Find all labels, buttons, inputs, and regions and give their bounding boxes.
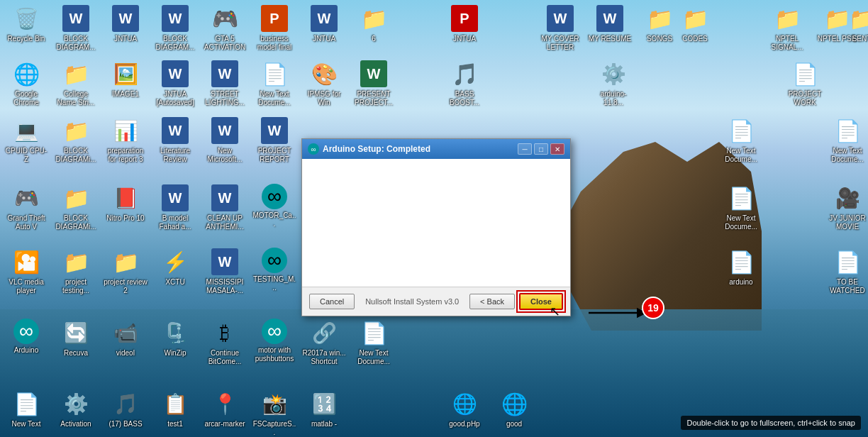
desktop-icon-block-diag2[interactable]: W BLOCK DIAGRAM... bbox=[150, 1, 200, 55]
desktop-icon-r2017a[interactable]: 🔗 R2017a win... Shortcut bbox=[299, 316, 349, 369]
dialog-close-title-button[interactable]: ✕ bbox=[550, 143, 564, 155]
codes-icon: 📁 bbox=[681, 4, 709, 33]
desktop-icon-arcar[interactable]: 📍 arcar-marker bbox=[200, 387, 250, 431]
business-label: business model final bbox=[252, 35, 296, 52]
desktop-icon-college[interactable]: 📁 College Name Stri... bbox=[51, 57, 101, 110]
desktop-icon-cpuid[interactable]: 💻 CPUID CPU-Z bbox=[1, 114, 51, 167]
desktop-icon-arduino-lib[interactable]: ⚙️ arduino-11.8... bbox=[589, 57, 638, 110]
test1-label: test1 bbox=[153, 420, 197, 428]
desktop-icon-newtext-r5[interactable]: 📄 arduino bbox=[716, 245, 766, 289]
desktop-icon-intua2[interactable]: W JNTUA bbox=[299, 1, 349, 46]
desktop-icon-fscapture[interactable]: 📸 FSCaptureS... bbox=[250, 387, 299, 437]
desktop-icon-new-ms[interactable]: W New Microsoft... bbox=[200, 114, 250, 167]
jntua3-label: JNTUA bbox=[443, 35, 486, 43]
desktop-icon-jv-junior[interactable]: 🎥 JV JUNIOR MOVIE bbox=[823, 181, 868, 234]
activation-label: Activation bbox=[54, 420, 98, 428]
desktop-icon-bass17[interactable]: 🎵 (17) BASS bbox=[101, 387, 150, 431]
desktop-icon-goodphp[interactable]: 🌐 good.pHp bbox=[440, 387, 489, 431]
desktop-icon-arduino2[interactable]: ∞ Arduino bbox=[1, 316, 51, 358]
six-label: 6 bbox=[352, 35, 396, 43]
dialog-maximize-button[interactable]: □ bbox=[534, 143, 548, 155]
desktop-icon-videoi[interactable]: 📹 videoI bbox=[101, 316, 150, 360]
recuva-icon: 🔄 bbox=[62, 319, 90, 347]
desktop-icon-codes[interactable]: 📁 CODES bbox=[670, 1, 720, 46]
desktop-icon-prep[interactable]: 📊 preparation for report 3 bbox=[101, 114, 150, 167]
desktop-icon-vlc[interactable]: 🎦 VLC media player bbox=[1, 245, 51, 298]
goodphp-label: good.pHp bbox=[443, 420, 486, 428]
desktop-icon-present[interactable]: W PRESENT PROJECT... bbox=[349, 57, 399, 110]
desktop-icon-newtext-r3[interactable]: 📄 New Text Docume... bbox=[716, 114, 766, 167]
desktop-icon-imagei[interactable]: 🖼️ IMAGE1 bbox=[101, 57, 150, 101]
desktop-icon-sent[interactable]: 📁 SENT bbox=[837, 1, 868, 46]
desktop-icon-business[interactable]: P business model final bbox=[250, 1, 299, 55]
desktop-icon-6[interactable]: 📁 6 bbox=[349, 1, 399, 46]
desktop-icon-continue[interactable]: ₿ Continue BitCome... bbox=[200, 316, 250, 369]
desktop-icon-proj-test[interactable]: 📁 project testing... bbox=[51, 245, 101, 298]
new-ms-label: New Microsoft... bbox=[203, 147, 247, 164]
cpuid-icon: 💻 bbox=[12, 116, 40, 145]
desktop-icon-testing[interactable]: ∞ TESTING_M... bbox=[250, 245, 299, 295]
desktop-icon-nitro[interactable]: 📕 Nitro Pro 10 bbox=[101, 181, 150, 226]
desktop-icon-matlab[interactable]: 🔢 matlab - bbox=[299, 387, 349, 431]
desktop-icon-proj-report[interactable]: W PROJECT REPORT bbox=[250, 114, 299, 167]
desktop-icon-block-diag1[interactable]: W BLOCK DIAGRAM... bbox=[51, 1, 101, 55]
present-icon: W bbox=[360, 60, 388, 88]
desktop-icon-myresume[interactable]: W MY RESUME bbox=[585, 1, 635, 46]
desktop-icon-activation[interactable]: ⚙️ Activation bbox=[51, 387, 101, 431]
blockdiag-i-label: BLOCK DIAGRAMi... bbox=[54, 147, 98, 164]
matlab-label: matlab - bbox=[302, 420, 346, 428]
desktop-icon-ipmsg[interactable]: 🎨 IPMSG for Win bbox=[299, 57, 349, 110]
desktop-icon-proj-rev2[interactable]: 📁 project review 2 bbox=[101, 245, 150, 298]
desktop-icon-street[interactable]: W STREET LIGHTING... bbox=[200, 57, 250, 110]
desktop-icon-chrome[interactable]: 🌐 Google Chrome bbox=[1, 57, 51, 110]
desktop-icon-blockdiag-i[interactable]: 📁 BLOCK DIAGRAMi... bbox=[51, 114, 101, 167]
dialog-minimize-button[interactable]: ─ bbox=[518, 143, 532, 155]
present-label: PRESENT PROJECT... bbox=[352, 90, 396, 107]
dialog-back-button[interactable]: < Back bbox=[469, 294, 515, 309]
desktop-icon-new-text-r7[interactable]: 📄 New Text bbox=[1, 387, 51, 431]
desktop-icon-newtext-r4[interactable]: 📄 New Text Docume... bbox=[716, 181, 766, 234]
dialog-cancel-button[interactable]: Cancel bbox=[309, 294, 355, 309]
test1-icon: 📋 bbox=[161, 389, 189, 418]
desktop-icon-intua1[interactable]: W JNTUA bbox=[101, 1, 150, 46]
desktop-icon-newtext-r3b[interactable]: 📄 New Text Docume... bbox=[823, 114, 868, 167]
desktop-icon-winzip[interactable]: 🗜️ WinZip bbox=[150, 316, 200, 360]
chrome-label: Google Chrome bbox=[4, 90, 48, 107]
desktop-icon-bmodel[interactable]: W B model Fahad a... bbox=[150, 181, 200, 234]
sent-label: SENT bbox=[840, 35, 868, 43]
desktop-icon-motor[interactable]: ∞ MOTOR_Ca... bbox=[250, 181, 299, 231]
desktop-icon-project-work[interactable]: 📄 PROJECT WORK bbox=[780, 57, 830, 110]
desktop-icon-miss[interactable]: W MISSISSIPI MASALA-... bbox=[200, 245, 250, 298]
desktop-icon-gta-v[interactable]: 🎮 Grand Theft Auto V bbox=[1, 181, 51, 234]
desktop-icon-cleanup[interactable]: W CLEAN UP ANTHEMI... bbox=[200, 181, 250, 234]
desktop-icon-newtext-r6[interactable]: 📄 New Text Docume... bbox=[349, 316, 399, 369]
desktop-icon-motor-push[interactable]: ∞ motor with pushbuttons bbox=[250, 316, 299, 366]
dialog-close-button[interactable]: Close bbox=[519, 293, 563, 310]
desktop-icon-newtext1[interactable]: 📄 New Text Docume... bbox=[250, 57, 299, 110]
myresume-label: MY RESUME bbox=[588, 35, 632, 43]
matlab-icon: 🔢 bbox=[310, 389, 338, 418]
desktop-icon-gta5[interactable]: 🎮 GTA 5 ACTIVATION bbox=[200, 1, 250, 55]
desktop-icon-nptel[interactable]: 📁 NPTEL SIGNAL... bbox=[762, 1, 812, 55]
prep-label: preparation for report 3 bbox=[104, 147, 148, 164]
desktop-icon-recuva[interactable]: 🔄 Recuva bbox=[51, 316, 101, 360]
desktop-icon-blockdiag-ii[interactable]: 📁 BLOCK DIAGRAMi... bbox=[51, 181, 101, 234]
desktop-icon-jntua3[interactable]: P JNTUA bbox=[440, 1, 489, 46]
desktop-icon-test1[interactable]: 📋 test1 bbox=[150, 387, 200, 431]
motor-label: MOTOR_Ca... bbox=[252, 211, 296, 228]
dialog-title: Arduino Setup: Completed bbox=[323, 144, 430, 154]
desktop-icon-xctu[interactable]: ⚡ XCTU bbox=[150, 245, 200, 289]
intua2-label: JNTUA bbox=[302, 35, 346, 43]
miss-label: MISSISSIPI MASALA-... bbox=[203, 278, 247, 295]
desktop-icon-bass[interactable]: 🎵 BASS BOOST... bbox=[440, 57, 489, 110]
desktop-icon-good[interactable]: 🌐 good bbox=[489, 387, 539, 431]
desktop-icon-mycover[interactable]: W MY COVER LETTER bbox=[535, 1, 585, 55]
desktop-icon-to-watch[interactable]: 📄 TO BE WATCHED bbox=[823, 245, 868, 298]
desktop-icon-jntua-auto[interactable]: W JNTUA [Autosaved] bbox=[150, 57, 200, 110]
desktop-icon-lit-review[interactable]: W Literature Review bbox=[150, 114, 200, 167]
nitro-label: Nitro Pro 10 bbox=[104, 214, 148, 223]
business-icon: P bbox=[260, 4, 289, 33]
desktop-icon-recycle-bin[interactable]: 🗑️ Recycle Bin bbox=[1, 1, 51, 46]
newtext-r4-icon: 📄 bbox=[727, 184, 755, 212]
videoi-label: videoI bbox=[104, 349, 148, 358]
